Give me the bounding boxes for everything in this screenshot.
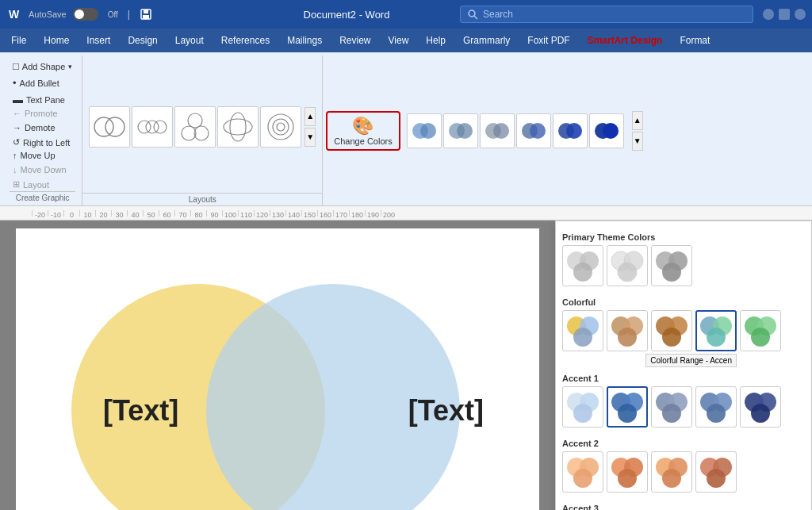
styles-scroll-down[interactable]: ▼ — [632, 132, 643, 151]
right-to-left-button[interactable]: ↺ Right to Left — [10, 136, 73, 149]
accent1-swatch-3[interactable] — [651, 386, 692, 428]
menu-file[interactable]: File — [3, 32, 34, 49]
accent1-swatch-4[interactable] — [695, 386, 737, 428]
minimize-button[interactable] — [763, 9, 774, 20]
close-button[interactable] — [795, 9, 806, 20]
ruler-mark: 50 — [143, 210, 159, 217]
layout-thumb-5[interactable] — [260, 106, 301, 148]
accent2-swatch-3[interactable] — [651, 451, 692, 493]
ruler-mark: 40 — [127, 210, 143, 217]
svg-point-27 — [530, 123, 546, 139]
autosave-toggle[interactable] — [73, 8, 98, 21]
dropdown-scroll[interactable]: Primary Theme Colors Colorful — [556, 221, 811, 510]
svg-text:W: W — [9, 8, 20, 21]
menu-design[interactable]: Design — [120, 32, 165, 49]
svg-point-73 — [573, 469, 592, 488]
menu-foxit[interactable]: Foxit PDF — [519, 32, 577, 49]
menu-mailings[interactable]: Mailings — [279, 32, 330, 49]
layout-thumb-3[interactable] — [174, 106, 216, 148]
document-title: Document2 - Word — [233, 9, 460, 21]
move-up-icon: ↑ — [13, 151, 17, 160]
primary-swatch-3[interactable] — [651, 245, 692, 286]
add-shape-icon: □ — [13, 60, 19, 72]
accent2-swatch-4[interactable] — [695, 451, 737, 493]
layout-thumb-4[interactable] — [217, 106, 259, 148]
move-down-icon: ↓ — [13, 165, 17, 174]
svg-line-6 — [474, 16, 477, 19]
add-shape-dropdown-icon[interactable]: ▾ — [68, 63, 72, 71]
text-right[interactable]: [Text] — [408, 394, 484, 428]
menu-smartart-design[interactable]: SmartArt Design — [580, 32, 671, 49]
text-pane-button[interactable]: ▬ Text Pane — [10, 92, 75, 107]
accent2-swatch-1[interactable] — [562, 451, 603, 493]
svg-point-37 — [618, 263, 637, 282]
accent2-swatch-2[interactable] — [607, 451, 648, 493]
document-area: [Text] [Text] Primary Theme Colors C — [0, 220, 812, 510]
styles-scroll: ▲ ▼ — [632, 111, 643, 151]
svg-point-7 — [94, 117, 113, 136]
accent1-swatch-5[interactable] — [740, 386, 781, 428]
menu-home[interactable]: Home — [36, 32, 77, 49]
save-icon[interactable] — [140, 8, 152, 21]
menu-layout[interactable]: Layout — [167, 32, 212, 49]
accent1-swatches — [562, 386, 805, 428]
ruler-mark: 120 — [254, 210, 270, 217]
layout-thumb-1[interactable] — [89, 106, 130, 148]
menu-grammarly[interactable]: Grammarly — [455, 32, 518, 49]
move-down-button[interactable]: ↓ Move Down — [10, 163, 70, 176]
accent1-swatch-2[interactable] — [607, 386, 648, 428]
search-box[interactable]: Search — [460, 6, 753, 23]
style-thumb-6[interactable] — [589, 113, 624, 148]
ruler-mark: 10 — [79, 210, 95, 217]
colorful-swatch-4[interactable]: Colorful Range - Accen — [695, 310, 737, 351]
layout-scroll: ▲ ▼ — [304, 107, 316, 147]
svg-point-82 — [707, 469, 726, 488]
move-controls: ↑ Move Up ↓ Move Down ⊞ Layout — [10, 149, 70, 191]
maximize-button[interactable] — [779, 9, 790, 20]
autosave-label: AutoSave — [29, 10, 67, 19]
style-thumb-4[interactable] — [516, 113, 551, 148]
text-left[interactable]: [Text] — [103, 394, 178, 428]
style-thumb-3[interactable] — [480, 113, 515, 148]
ruler-mark: 160 — [317, 210, 333, 217]
promote-button[interactable]: ← Promote — [10, 107, 73, 120]
smartart-styles-grid — [404, 110, 627, 151]
move-up-button[interactable]: ↑ Move Up — [10, 149, 70, 162]
colorful-swatch-3[interactable] — [651, 310, 692, 351]
ruler-mark: 180 — [349, 210, 365, 217]
title-bar-left: W AutoSave Off | — [6, 6, 233, 22]
layout-thumb-2[interactable] — [132, 106, 173, 148]
demote-button[interactable]: → Demote — [10, 121, 73, 134]
menu-view[interactable]: View — [381, 32, 417, 49]
layout-button[interactable]: ⊞ Layout — [10, 178, 70, 191]
style-thumb-2[interactable] — [443, 113, 478, 148]
menu-help[interactable]: Help — [418, 32, 454, 49]
change-colors-button[interactable]: 🎨 Change Colors — [326, 111, 400, 151]
layout-scroll-up[interactable]: ▲ — [304, 107, 316, 126]
colorful-swatch-5[interactable] — [740, 310, 781, 351]
ruler-mark: 60 — [159, 210, 174, 217]
layouts-label: Layouts — [82, 193, 322, 204]
primary-swatch-2[interactable] — [607, 245, 648, 286]
style-thumb-1[interactable] — [407, 113, 442, 148]
layout-scroll-down[interactable]: ▼ — [304, 128, 316, 147]
colorful-swatch-2[interactable] — [607, 310, 648, 351]
add-bullet-button[interactable]: • Add Bullet — [10, 75, 75, 90]
style-thumb-5[interactable] — [553, 113, 588, 148]
add-bullet-label: Add Bullet — [20, 79, 59, 88]
menu-format[interactable]: Format — [672, 32, 718, 49]
ruler-mark: 0 — [63, 210, 79, 217]
menu-review[interactable]: Review — [331, 32, 378, 49]
colorful-swatch-1[interactable] — [562, 310, 603, 351]
doc-content: [Text] [Text] — [0, 220, 555, 510]
svg-point-61 — [618, 404, 637, 423]
accent1-swatch-1[interactable] — [562, 386, 603, 428]
menu-references[interactable]: References — [213, 32, 278, 49]
svg-point-55 — [751, 328, 770, 347]
primary-swatch-1[interactable] — [562, 245, 603, 286]
styles-scroll-up[interactable]: ▲ — [632, 111, 643, 130]
ruler-mark: -10 — [48, 210, 63, 217]
add-shape-button[interactable]: □ Add Shape ▾ — [10, 59, 75, 74]
venn-diagram[interactable]: [Text] [Text] — [48, 252, 508, 511]
menu-insert[interactable]: Insert — [79, 32, 118, 49]
